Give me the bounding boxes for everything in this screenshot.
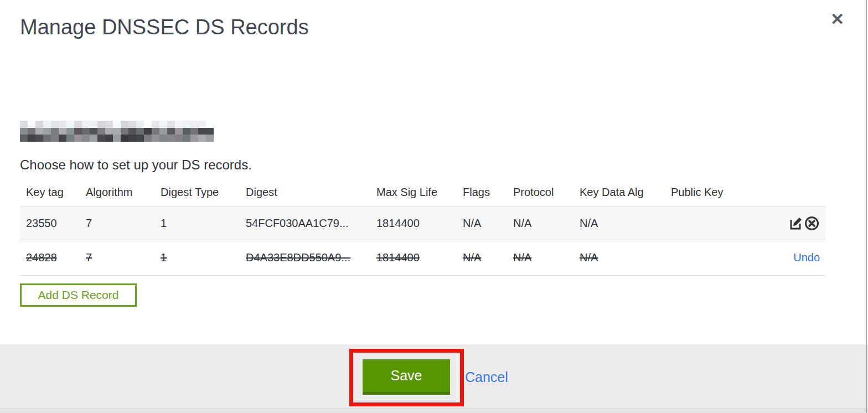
cell-max-sig-life: 1814400 [376,240,463,276]
mosaic-pixel [74,128,82,135]
cell-flags: N/A [463,207,513,240]
mosaic-pixel [113,121,121,128]
col-header-protocol: Protocol [513,180,580,207]
mosaic-pixel [128,135,136,142]
mosaic-pixel [190,128,198,135]
mosaic-pixel [51,128,59,135]
mosaic-pixel [175,128,183,135]
mosaic-pixel [152,121,159,128]
cell-digest: D4A33E8DD550A9... [246,240,376,276]
col-header-key-data-alg: Key Data Alg [580,180,671,207]
delete-record-icon[interactable] [804,215,820,231]
mosaic-pixel [206,135,214,142]
cell-key-data-alg: N/A [580,207,671,240]
mosaic-pixel [198,121,206,128]
mosaic-pixel [35,121,43,128]
cell-public-key [671,240,748,276]
mosaic-pixel [121,121,128,128]
mosaic-pixel [51,121,59,128]
col-header-algorithm: Algorithm [86,180,161,207]
mosaic-pixel [90,128,97,135]
close-icon[interactable]: ✕ [830,11,844,28]
row-actions [748,207,825,240]
mosaic-pixel [66,128,74,135]
cell-max-sig-life: 1814400 [376,207,463,240]
edit-record-icon[interactable] [789,216,804,231]
col-header-actions [748,180,825,207]
mosaic-pixel [20,128,28,135]
mosaic-pixel [190,135,198,142]
mosaic-pixel [82,128,90,135]
mosaic-pixel [198,128,206,135]
page-behind-modal [0,409,868,413]
mosaic-pixel [90,135,97,142]
mosaic-pixel [28,128,35,135]
mosaic-pixel [159,128,167,135]
mosaic-pixel [105,121,113,128]
cell-algorithm: 7 [86,207,161,240]
mosaic-pixel [167,121,175,128]
cell-key-tag: 23550 [20,207,86,240]
col-header-digest-type: Digest Type [161,180,246,207]
mosaic-pixel [175,135,183,142]
mosaic-pixel [59,128,66,135]
mosaic-pixel [113,135,121,142]
mosaic-pixel [136,121,144,128]
mosaic-pixel [20,135,28,142]
mosaic-pixel [43,135,51,142]
mosaic-pixel [136,128,144,135]
mosaic-pixel [167,135,175,142]
table-row-current: 23550 7 1 54FCF030AA1C79... 1814400 N/A … [20,207,825,240]
manage-dnssec-dialog: Manage DNSSEC DS Records ✕ Choose how to… [0,0,868,413]
mosaic-pixel [43,128,51,135]
mosaic-pixel [43,121,51,128]
redacted-domain-name [20,121,214,142]
mosaic-pixel [136,135,144,142]
mosaic-pixel [113,128,121,135]
mosaic-pixel [66,135,74,142]
modal-right-edge [866,0,867,413]
cell-protocol: N/A [513,240,580,276]
mosaic-pixel [128,128,136,135]
col-header-digest: Digest [246,180,376,207]
col-header-key-tag: Key tag [20,180,86,207]
col-header-max-sig-life: Max Sig Life [376,180,463,207]
table-header-row: Key tag Algorithm Digest Type Digest Max… [20,180,825,207]
mosaic-pixel [74,135,82,142]
mosaic-pixel [183,128,190,135]
table-row-deleted: 24828 7 1 D4A33E8DD550A9... 1814400 N/A … [20,240,825,276]
row-actions: Undo [748,240,825,276]
mosaic-pixel [183,121,190,128]
mosaic-pixel [144,121,152,128]
mosaic-pixel [90,121,97,128]
mosaic-pixel [51,135,59,142]
mosaic-pixel [121,135,128,142]
mosaic-pixel [59,121,66,128]
mosaic-pixel [144,128,152,135]
col-header-flags: Flags [463,180,513,207]
mosaic-pixel [105,128,113,135]
cell-digest-type: 1 [161,207,246,240]
mosaic-pixel [35,128,43,135]
page-title: Manage DNSSEC DS Records [20,16,309,39]
mosaic-pixel [59,135,66,142]
mosaic-pixel [82,135,90,142]
cell-digest-type: 1 [161,240,246,276]
mosaic-pixel [198,135,206,142]
save-button[interactable]: Save [363,359,450,395]
mosaic-pixel [20,121,28,128]
mosaic-pixel [66,121,74,128]
mosaic-pixel [82,121,90,128]
mosaic-pixel [152,128,159,135]
cell-key-tag: 24828 [20,240,86,276]
mosaic-pixel [144,135,152,142]
undo-link[interactable]: Undo [793,251,820,264]
mosaic-pixel [183,135,190,142]
cancel-link[interactable]: Cancel [465,369,508,385]
add-ds-record-button[interactable]: Add DS Record [20,283,137,307]
mosaic-pixel [159,135,167,142]
mosaic-pixel [105,135,113,142]
mosaic-pixel [206,121,214,128]
mosaic-pixel [152,135,159,142]
cell-key-data-alg: N/A [580,240,671,276]
